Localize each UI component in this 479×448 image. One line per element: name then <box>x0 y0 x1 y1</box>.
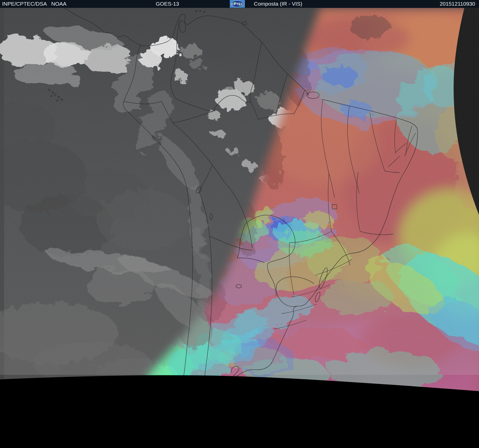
satellite-image <box>0 0 479 448</box>
agency-label: NOAA <box>51 0 67 8</box>
satellite-viewer: INPE/CPTEC/DSA NOAA GOES-13 CPTEC Compos… <box>0 0 479 448</box>
source-label: INPE/CPTEC/DSA <box>2 0 47 8</box>
film-grain <box>0 8 479 375</box>
scan-edge-bottom <box>0 375 479 448</box>
header-bar: INPE/CPTEC/DSA NOAA GOES-13 CPTEC Compos… <box>0 0 479 8</box>
timestamp-label: 201512110930 <box>440 0 475 8</box>
logo-text: CPTEC <box>231 2 243 6</box>
product-label: Composta (IR - VIS) <box>254 0 302 8</box>
cptec-logo: CPTEC <box>230 0 245 8</box>
satellite-label: GOES-13 <box>156 0 179 8</box>
